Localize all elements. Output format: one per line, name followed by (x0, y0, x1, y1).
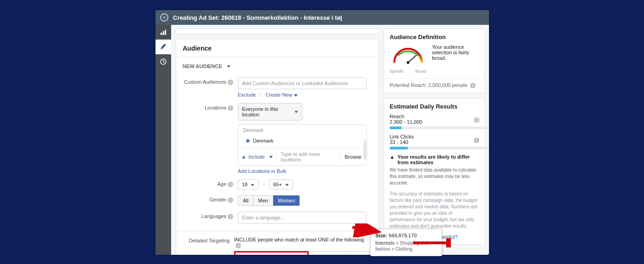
location-type-dropdown[interactable]: Everyone in this location (238, 103, 302, 121)
pin-icon: ◉ (246, 138, 250, 143)
detailed-targeting-input[interactable] (234, 251, 309, 255)
clicks-label: Link Clicks (390, 134, 479, 139)
gender-button-group: All Men Women (238, 195, 300, 206)
main-pane: Audience NEW AUDIENCE Custom Audiencesi … (171, 25, 384, 255)
svg-point-5 (407, 61, 409, 64)
estimated-results-card: Estimated Daily Results Reach 2,900 - 11… (384, 98, 485, 245)
custom-audiences-label: Custom Audiencesi (183, 77, 238, 98)
svg-rect-2 (165, 30, 166, 35)
chevron-down-icon (251, 184, 254, 186)
tooltip-size: Size: 949,879,170 (375, 233, 437, 238)
dt-browse-button[interactable]: Browse (345, 252, 372, 255)
left-rail (155, 25, 171, 255)
pin-icon: ◈ (242, 155, 246, 160)
reach-bar (390, 126, 489, 129)
detailed-targeting-label: Detailed Targeting (183, 237, 234, 243)
new-audience-toggle[interactable]: NEW AUDIENCE (176, 62, 379, 75)
interest-tooltip: Size: 949,879,170 Interests > Shopping a… (370, 229, 442, 256)
custom-audiences-row: Custom Audiencesi Add Custom Audiences o… (176, 75, 379, 101)
locations-label: Locationsi (183, 103, 238, 174)
location-item-denmark[interactable]: ◉ Denmark (238, 136, 366, 148)
languages-row: Languagesi Enter a language... (176, 210, 379, 227)
titlebar: Creating Ad Set: 260618 - Sommerkollekti… (155, 10, 489, 25)
tooltip-breadcrumb: Interests > Shopping and fashion > Cloth… (375, 240, 437, 252)
gender-row: Genderi All Men Women (176, 193, 379, 210)
audience-card: Audience NEW AUDIENCE Custom Audiencesi … (176, 39, 379, 255)
warn-title-row: ▲ Your results are likely to differ from… (390, 154, 479, 165)
chevron-down-icon (227, 65, 230, 68)
audience-definition-header: Audience Definition (390, 34, 479, 40)
gender-all-button[interactable]: All (238, 195, 253, 206)
info-icon[interactable]: i (474, 117, 479, 123)
include-label: Include (248, 154, 264, 160)
audience-definition-desc: Your audience selection is fairly broad. (432, 44, 479, 61)
estimates-header: Estimated Daily Results (390, 103, 479, 110)
chevron-down-icon (294, 111, 298, 113)
divider (176, 231, 379, 231)
locations-row: Locationsi Everyone in this location Den… (176, 101, 379, 178)
reach-label: Reach (390, 114, 479, 119)
accuracy-note: The accuracy of estimates is based on fa… (390, 191, 479, 230)
info-icon[interactable]: i (228, 197, 233, 203)
svg-rect-1 (163, 31, 164, 35)
location-search-input[interactable]: Type to add more locations (277, 149, 339, 165)
scrollbar[interactable] (363, 140, 367, 160)
audience-definition-card: Audience Definition Specific Broad (384, 29, 485, 93)
reach-range: 2,900 - 11,000 (390, 119, 479, 125)
info-icon[interactable]: i (470, 83, 476, 88)
custom-audiences-input[interactable]: Add Custom Audiences or Lookalike Audien… (238, 77, 367, 89)
chevron-down-icon (294, 94, 298, 97)
chevron-down-icon (285, 184, 289, 186)
collapse-icon[interactable] (160, 13, 168, 22)
clicks-range: 33 - 140 (390, 139, 479, 145)
locations-box: Denmark ◉ Denmark ◈ Include (238, 124, 367, 166)
reach-metric: Reach 2,900 - 11,000 i (390, 114, 479, 129)
age-min-dropdown[interactable]: 18 (238, 179, 259, 189)
ad-set-window: Creating Ad Set: 260618 - Sommerkollekti… (155, 10, 489, 255)
gender-label: Genderi (183, 195, 238, 206)
info-icon[interactable]: i (228, 214, 233, 219)
dt-include-text: INCLUDE people who match at least ONE of… (234, 237, 372, 248)
rail-item-performance[interactable] (155, 25, 171, 40)
info-icon[interactable]: i (228, 182, 233, 187)
rail-item-history[interactable] (155, 54, 171, 69)
dt-input-wrap: Suggestions Browse (234, 251, 372, 255)
gauge: Specific Broad (390, 44, 426, 74)
exclude-link[interactable]: Exclude (238, 92, 256, 98)
warning-icon: ▲ (390, 154, 395, 165)
age-max-dropdown[interactable]: 65+ (269, 179, 293, 189)
new-audience-label: NEW AUDIENCE (183, 63, 222, 69)
svg-line-4 (408, 55, 416, 63)
warn-title: Your results are likely to differ from e… (397, 154, 479, 165)
create-new-link[interactable]: Create New (265, 92, 298, 98)
age-label: Agei (183, 179, 238, 189)
languages-input[interactable]: Enter a language... (238, 212, 367, 224)
location-group-label: Denmark (238, 125, 366, 136)
rail-item-edit[interactable] (155, 40, 171, 54)
pencil-icon (160, 43, 167, 51)
chevron-down-icon (269, 156, 273, 158)
clicks-metric: Link Clicks 33 - 140 i (390, 134, 479, 149)
suggestions-button[interactable]: Suggestions (308, 252, 345, 255)
titlebar-title: Creating Ad Set: 260618 - Sommerkollekti… (173, 14, 342, 21)
warn-text: We have limited data available to calcul… (390, 167, 479, 186)
add-locations-bulk-link[interactable]: Add Locations in Bulk (238, 168, 372, 174)
info-icon[interactable]: i (474, 138, 479, 143)
location-type-label: Everyone in this location (242, 106, 290, 117)
gauge-left-label: Specific (390, 69, 404, 74)
gender-men-button[interactable]: Men (253, 195, 273, 206)
location-item-label: Denmark (253, 138, 274, 143)
include-dropdown[interactable]: ◈ Include (238, 151, 277, 162)
info-icon[interactable]: i (236, 243, 241, 248)
right-pane: Audience Definition Specific Broad (384, 25, 489, 255)
clicks-bar (390, 147, 489, 149)
potential-reach: Potential Reach: 2,000,000 people i (384, 78, 485, 88)
location-browse-button[interactable]: Browse (339, 151, 366, 162)
info-icon[interactable]: i (228, 80, 233, 85)
info-icon[interactable]: i (228, 105, 233, 111)
gauge-icon (390, 44, 426, 67)
clock-icon (160, 58, 167, 65)
languages-label: Languagesi (183, 212, 238, 224)
gender-women-button[interactable]: Women (273, 195, 300, 206)
svg-rect-0 (161, 33, 162, 35)
